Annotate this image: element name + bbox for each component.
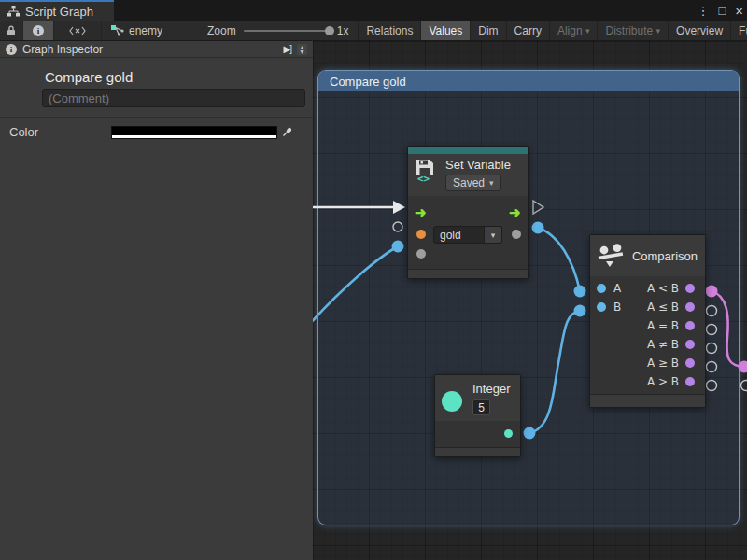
group-title: Compare gold <box>330 75 406 89</box>
info-icon: i <box>6 44 17 55</box>
node-title: Integer <box>472 382 510 396</box>
node-set-variable[interactable]: <> Set Variable Saved ▾ ➜ ➜ gold ▾ <box>407 146 529 279</box>
zoom-value: 1x <box>337 24 349 37</box>
maximize-icon[interactable]: □ <box>718 4 726 18</box>
values-button[interactable]: Values <box>421 21 471 40</box>
chevron-down-icon: ▾ <box>489 178 494 188</box>
wire-cap[interactable] <box>392 241 404 253</box>
output-port[interactable] <box>512 230 521 239</box>
graph-name: enemy <box>129 24 162 37</box>
eyedropper-button[interactable] <box>279 126 295 139</box>
code-icon <box>69 26 86 35</box>
comparison-row: A ≥ B <box>590 354 705 372</box>
eyedropper-icon <box>282 127 292 137</box>
comparison-row: A > B <box>590 372 705 391</box>
tab-title: Script Graph <box>25 5 93 19</box>
variable-accent-bar <box>408 147 528 154</box>
alpha-bar <box>112 135 276 138</box>
info-icon: i <box>33 25 44 36</box>
input-port-b[interactable] <box>597 302 606 312</box>
value-port[interactable] <box>416 249 426 259</box>
script-graph-icon <box>7 6 20 17</box>
overview-button[interactable]: Overview <box>669 21 731 40</box>
inspector-toggle-button[interactable]: i <box>23 21 54 40</box>
input-port-a[interactable] <box>597 284 606 293</box>
comparison-row: A = B <box>590 316 705 335</box>
close-icon[interactable]: × <box>735 3 743 19</box>
output-port-lt[interactable] <box>685 284 695 293</box>
comparison-row: A A < B <box>590 279 705 298</box>
wire-cap[interactable] <box>706 286 718 298</box>
graph-canvas[interactable]: Compare gold <box>313 41 747 560</box>
dock-icon[interactable]: ▶] <box>284 44 291 54</box>
svg-text:<>: <> <box>417 173 430 183</box>
inspector-title: Graph Inspector <box>22 43 103 56</box>
code-preview-button[interactable] <box>54 21 102 40</box>
node-title: Comparison <box>632 249 698 263</box>
zoom-label: Zoom <box>207 24 236 37</box>
scrubber-control[interactable]: ▲ ▼ <box>297 44 307 55</box>
wire-cap[interactable] <box>524 427 536 440</box>
comparison-row: A ≠ B <box>590 335 705 354</box>
comparison-row: B A ≤ B <box>590 298 705 316</box>
title-bar: Script Graph ⋮ □ × <box>0 0 747 21</box>
node-footer <box>408 269 528 278</box>
lock-icon <box>7 25 16 36</box>
node-footer <box>590 394 705 407</box>
integer-value-input[interactable]: 5 <box>472 399 490 415</box>
chevron-down-icon: ▾ <box>585 26 590 35</box>
output-port-eq[interactable] <box>685 321 695 330</box>
node-comparison[interactable]: Comparison A A < B B A ≤ B A = B <box>589 234 706 408</box>
zoom-slider[interactable] <box>244 30 330 32</box>
output-port-gte[interactable] <box>685 358 695 368</box>
wire-cap[interactable] <box>574 286 586 298</box>
color-label: Color <box>9 125 38 139</box>
carry-button[interactable]: Carry <box>507 21 550 40</box>
node-title: Set Variable <box>445 158 511 172</box>
align-dropdown[interactable]: Align ▾ <box>550 21 599 40</box>
graph-toolbar: i enemy Zoom 1x <box>0 21 747 41</box>
window-menu-icon[interactable]: ⋮ <box>697 4 709 18</box>
chevron-down-icon: ▾ <box>656 26 661 35</box>
lock-button[interactable] <box>0 21 23 40</box>
group-header[interactable]: Compare gold <box>318 71 739 91</box>
inspector-header: i Graph Inspector ▶] ▲ ▼ <box>0 41 313 58</box>
graph-inspector-panel: i Graph Inspector ▶] ▲ ▼ Compare gold Co… <box>0 41 313 560</box>
fullscreen-button[interactable]: Full Screen <box>731 21 747 40</box>
wire-cap[interactable] <box>532 222 544 234</box>
integer-output-port[interactable] <box>504 429 513 438</box>
graph-breadcrumb[interactable]: enemy <box>102 21 172 40</box>
node-footer <box>435 447 520 456</box>
color-swatch[interactable] <box>111 126 277 139</box>
variable-kind-dropdown[interactable]: Saved ▾ <box>445 175 501 191</box>
machine-icon <box>111 25 124 36</box>
dim-button[interactable]: Dim <box>471 21 506 40</box>
divider <box>0 117 313 118</box>
comment-input[interactable] <box>42 89 305 107</box>
wire-cap[interactable] <box>574 305 586 317</box>
comparison-scales-icon <box>598 244 624 268</box>
output-port-gt[interactable] <box>685 377 695 386</box>
empty-port-icon[interactable] <box>741 381 747 391</box>
name-port[interactable] <box>416 230 426 239</box>
output-port-neq[interactable] <box>685 340 695 349</box>
distribute-dropdown[interactable]: Distribute ▾ <box>598 21 669 40</box>
save-variable-icon: <> <box>415 158 438 183</box>
chevron-down-icon: ▾ <box>485 226 502 244</box>
spinner-down-icon[interactable]: ▼ <box>299 49 305 54</box>
variable-name-dropdown[interactable]: gold ▾ <box>433 226 502 244</box>
node-integer[interactable]: Integer 5 <box>434 374 521 457</box>
integer-type-icon <box>442 391 462 412</box>
relations-button[interactable]: Relations <box>358 21 421 40</box>
zoom-slider-handle[interactable] <box>325 26 334 35</box>
tab-script-graph[interactable]: Script Graph <box>0 0 114 21</box>
flow-out-arrow-icon[interactable]: ➜ <box>509 205 521 219</box>
flow-in-arrow-icon[interactable]: ➜ <box>415 205 427 219</box>
output-port-lte[interactable] <box>685 302 695 312</box>
graph-title-label: Compare gold <box>45 69 313 85</box>
unity-window: Script Graph ⋮ □ × i <box>0 0 747 560</box>
